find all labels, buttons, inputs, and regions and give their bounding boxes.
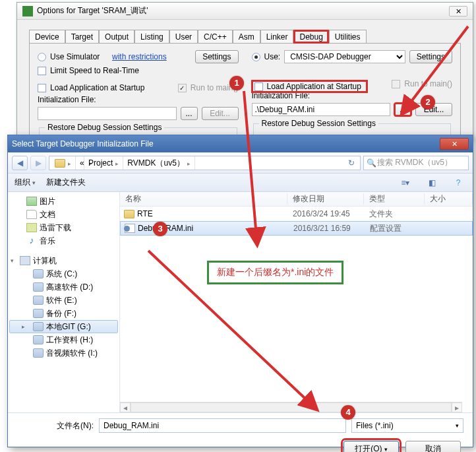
left-init-file-input[interactable] xyxy=(38,107,177,120)
tab-utilities[interactable]: Utilities xyxy=(329,30,367,44)
file-row-debug-ram[interactable]: Debug_RAM.ini 2016/3/21 16:59 配置设置 xyxy=(120,221,473,236)
file-pane: 名称 修改日期 类型 大小 RTE 2016/3/24 19:45 文件夹 De… xyxy=(120,192,473,412)
nav-back-button[interactable]: ◀ xyxy=(12,156,28,170)
hdd-icon xyxy=(33,335,44,344)
breadcrumb[interactable]: ▸ « ▸ Project▸ RVMDK（uv5）▸ ↻ xyxy=(49,156,361,170)
chevron-right-icon[interactable]: ▸ xyxy=(22,323,25,330)
side-drive-i[interactable]: 音视频软件 (I:) xyxy=(9,346,118,360)
search-input[interactable]: 🔍 搜索 RVMDK（uv5） xyxy=(363,156,469,170)
h-scrollbar[interactable]: ◂▸ xyxy=(120,402,462,412)
hdd-icon xyxy=(33,309,44,318)
col-type[interactable]: 类型 xyxy=(364,193,425,205)
side-downloads[interactable]: 迅雷下载 xyxy=(9,221,118,234)
file-row-rte[interactable]: RTE 2016/3/24 19:45 文件夹 xyxy=(120,207,473,221)
chevron-down-icon[interactable]: ▾ xyxy=(11,257,14,264)
open-button[interactable]: 打开(O) ▾ xyxy=(343,441,399,452)
tab-target[interactable]: Target xyxy=(65,30,99,44)
chevron-down-icon: ▾ xyxy=(456,422,459,429)
side-computer[interactable]: ▾ 计算机 xyxy=(9,254,118,267)
tab-device[interactable]: Device xyxy=(29,30,65,44)
use-simulator-radio[interactable] xyxy=(38,53,46,61)
right-browse-button[interactable]: ... xyxy=(394,103,411,116)
tab-listing[interactable]: Listing xyxy=(134,30,169,44)
debugger-select[interactable]: CMSIS-DAP Debugger xyxy=(284,50,405,63)
app-icon xyxy=(22,6,33,16)
side-music[interactable]: ♪ 音乐 xyxy=(9,234,118,247)
column-header-row: 名称 修改日期 类型 大小 xyxy=(120,192,473,207)
right-load-app-label: Load Application at Startup xyxy=(267,82,361,91)
left-load-app-label: Load Application at Startup xyxy=(50,83,144,92)
limit-speed-check[interactable] xyxy=(38,67,46,75)
debug-tab-body: Use Simulator with restrictions Settings… xyxy=(29,43,461,145)
search-icon: 🔍 xyxy=(367,158,376,168)
left-edit-button[interactable]: Edit... xyxy=(202,107,239,120)
annotation-badge-4: 4 xyxy=(341,405,355,420)
options-titlebar: Options for Target 'SRAM_调试' ✕ xyxy=(17,3,473,20)
tab-asm[interactable]: Asm xyxy=(233,30,260,44)
tab-debug[interactable]: Debug xyxy=(293,30,328,44)
music-icon: ♪ xyxy=(26,236,37,245)
help-icon[interactable]: ? xyxy=(450,176,466,189)
file-toolbar: 组织 新建文件夹 ≡▾ ◧ ? xyxy=(8,174,473,192)
left-load-app-check[interactable] xyxy=(38,84,46,92)
side-drive-e[interactable]: 软件 (E:) xyxy=(9,294,118,307)
folder-icon xyxy=(124,210,134,218)
annotation-green-box: 新建一个后缀名为*.ini的文件 xyxy=(207,261,343,284)
debug-right-col: Use: CMSIS-DAP Debugger Settings Load Ap… xyxy=(252,50,453,141)
side-documents[interactable]: 文档 xyxy=(9,208,118,221)
filename-label: 文件名(N): xyxy=(17,420,94,432)
col-name[interactable]: 名称 xyxy=(120,193,287,205)
left-init-file-label: Initialization File: xyxy=(38,95,96,104)
refresh-icon[interactable]: ↻ xyxy=(344,158,359,168)
file-list: RTE 2016/3/24 19:45 文件夹 Debug_RAM.ini 20… xyxy=(120,207,473,412)
debug-left-col: Use Simulator with restrictions Settings… xyxy=(38,50,239,141)
file-dialog-titlebar: Select Target Debugger Initialization Fi… xyxy=(8,135,473,152)
hdd-icon xyxy=(33,322,44,331)
tab-user[interactable]: User xyxy=(169,30,198,44)
right-restore-legend: Restore Debug Session Settings xyxy=(259,119,378,128)
computer-icon xyxy=(20,256,30,265)
options-dialog: Options for Target 'SRAM_调试' ✕ Device Ta… xyxy=(16,2,473,141)
options-title: Options for Target 'SRAM_调试' xyxy=(37,5,449,16)
annotation-badge-2: 2 xyxy=(421,95,435,110)
close-icon[interactable]: ✕ xyxy=(440,138,469,150)
right-load-app-check[interactable] xyxy=(254,82,263,91)
side-drive-c[interactable]: 系统 (C:) xyxy=(9,267,118,280)
hdd-icon xyxy=(33,282,44,292)
left-run-main-check xyxy=(178,84,187,92)
side-drive-h[interactable]: 工作资料 (H:) xyxy=(9,333,118,346)
hdd-icon xyxy=(33,348,44,358)
right-init-file-input[interactable] xyxy=(252,103,391,116)
tab-linker[interactable]: Linker xyxy=(260,30,294,44)
tab-cpp[interactable]: C/C++ xyxy=(198,30,233,44)
nav-bar: ◀ ▶ ▸ « ▸ Project▸ RVMDK（uv5）▸ ↻ 🔍 搜索 RV… xyxy=(8,152,473,174)
folder-icon xyxy=(55,159,65,168)
documents-icon xyxy=(26,210,37,219)
side-drive-g[interactable]: ▸ 本地GIT (G:) xyxy=(9,320,118,333)
new-folder-button[interactable]: 新建文件夹 xyxy=(46,177,86,188)
col-size[interactable]: 大小 xyxy=(425,193,473,205)
left-restore-legend: Restore Debug Session Settings xyxy=(45,123,164,132)
file-dialog-footer: 文件名(N): Files (*.ini) ▾ 打开(O) ▾ 取消 xyxy=(8,412,473,452)
side-pictures[interactable]: 图片 xyxy=(9,195,118,208)
cancel-button[interactable]: 取消 xyxy=(405,441,461,452)
filename-input[interactable] xyxy=(99,418,346,433)
left-settings-button[interactable]: Settings xyxy=(195,50,238,63)
right-settings-button[interactable]: Settings xyxy=(409,50,452,63)
right-run-main-label: Run to main() xyxy=(404,79,452,88)
left-browse-button[interactable]: ... xyxy=(181,107,198,120)
tab-output[interactable]: Output xyxy=(99,30,134,44)
file-type-filter[interactable]: Files (*.ini) ▾ xyxy=(351,418,463,433)
use-debugger-radio[interactable] xyxy=(252,53,260,61)
organize-button[interactable]: 组织 xyxy=(15,177,36,188)
restrictions-link[interactable]: with restrictions xyxy=(112,52,167,61)
close-icon[interactable]: ✕ xyxy=(449,6,467,16)
col-date[interactable]: 修改日期 xyxy=(287,193,364,205)
view-mode-button[interactable]: ≡▾ xyxy=(398,176,413,189)
preview-pane-button[interactable]: ◧ xyxy=(424,176,440,189)
side-drive-d[interactable]: 高速软件 (D:) xyxy=(9,280,118,294)
crumb-rvmdk[interactable]: RVMDK（uv5）▸ xyxy=(123,156,194,170)
file-dialog-title: Select Target Debugger Initialization Fi… xyxy=(12,139,440,148)
crumb-project[interactable]: Project▸ xyxy=(84,156,123,170)
side-drive-f[interactable]: 备份 (F:) xyxy=(9,307,118,320)
